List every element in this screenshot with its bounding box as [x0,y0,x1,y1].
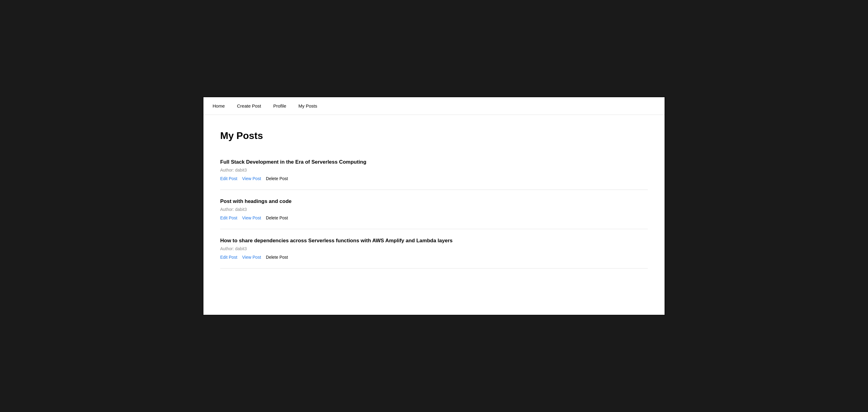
main-content: My Posts Full Stack Development in the E… [204,115,664,284]
post-item: Full Stack Development in the Era of Ser… [220,150,648,190]
edit-post-link[interactable]: Edit Post [220,255,237,260]
post-author: Author: dabit3 [220,246,648,251]
post-title: Full Stack Development in the Era of Ser… [220,159,648,165]
nav-home[interactable]: Home [213,103,225,109]
edit-post-link[interactable]: Edit Post [220,215,237,220]
post-item: How to share dependencies across Serverl… [220,229,648,268]
page-title: My Posts [220,130,648,141]
nav-my-posts[interactable]: My Posts [299,103,317,109]
navbar: Home Create Post Profile My Posts [204,97,664,115]
post-author: Author: dabit3 [220,168,648,173]
nav-profile[interactable]: Profile [273,103,286,109]
window-frame: Home Create Post Profile My Posts My Pos… [203,96,665,316]
view-post-link[interactable]: View Post [242,255,261,260]
post-author: Author: dabit3 [220,207,648,212]
post-actions: Edit Post View Post Delete Post [220,176,648,181]
post-title: Post with headings and code [220,198,648,204]
delete-post-link[interactable]: Delete Post [266,255,288,260]
post-actions: Edit Post View Post Delete Post [220,255,648,260]
delete-post-link[interactable]: Delete Post [266,176,288,181]
nav-create-post[interactable]: Create Post [237,103,261,109]
edit-post-link[interactable]: Edit Post [220,176,237,181]
post-item: Post with headings and code Author: dabi… [220,190,648,229]
post-title: How to share dependencies across Serverl… [220,238,648,244]
delete-post-link[interactable]: Delete Post [266,215,288,220]
view-post-link[interactable]: View Post [242,215,261,220]
post-actions: Edit Post View Post Delete Post [220,215,648,220]
view-post-link[interactable]: View Post [242,176,261,181]
